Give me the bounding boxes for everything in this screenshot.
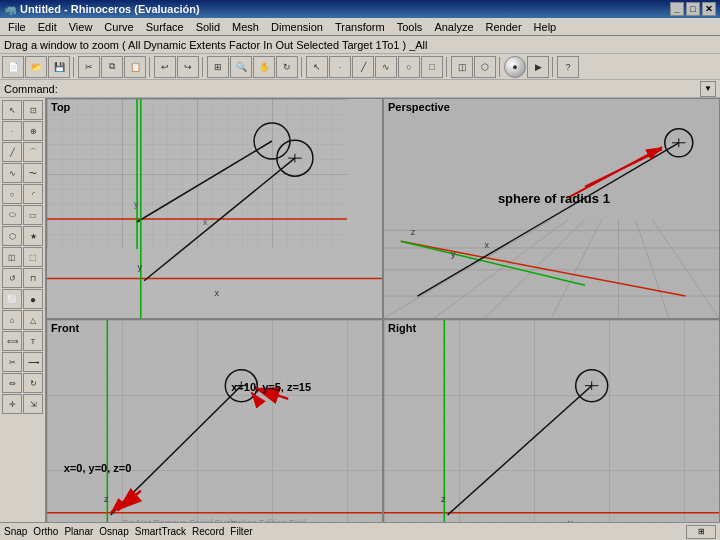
copy-button[interactable]: ⧉ bbox=[101, 56, 123, 78]
circle-tool[interactable]: ○ bbox=[2, 184, 22, 204]
point-tool[interactable]: · bbox=[2, 121, 22, 141]
menu-item-mesh[interactable]: Mesh bbox=[226, 20, 265, 34]
cut-button[interactable]: ✂ bbox=[78, 56, 100, 78]
minimize-button[interactable]: _ bbox=[670, 2, 684, 16]
viewport-right[interactable]: y z Right bbox=[384, 320, 719, 539]
command-label: Command: bbox=[4, 83, 58, 95]
undo-button[interactable]: ↩ bbox=[154, 56, 176, 78]
taskbar-button[interactable]: ⊞ bbox=[686, 525, 716, 539]
rect-tool[interactable]: ▭ bbox=[23, 205, 43, 225]
cylinder-tool[interactable]: ⌂ bbox=[2, 310, 22, 330]
command-input[interactable] bbox=[62, 83, 700, 95]
tool-row-14: ⇔ ↻ bbox=[2, 373, 43, 393]
arc-tool[interactable]: ◜ bbox=[23, 184, 43, 204]
tool-row-10: ⬜ ● bbox=[2, 289, 43, 309]
freeform-tool[interactable]: 〜 bbox=[23, 163, 43, 183]
viewports: x y x y Top bbox=[46, 98, 720, 540]
curve-tool[interactable]: ∿ bbox=[2, 163, 22, 183]
cone-tool[interactable]: △ bbox=[23, 310, 43, 330]
help-button[interactable]: ? bbox=[557, 56, 579, 78]
paste-button[interactable]: 📋 bbox=[124, 56, 146, 78]
select-tool[interactable]: ↖ bbox=[2, 100, 22, 120]
toolbar-hint: Drag a window to zoom ( All Dynamic Exte… bbox=[0, 36, 720, 54]
viewport-perspective[interactable]: z y x Perspective sphere of radius 1 bbox=[384, 99, 719, 318]
svg-rect-64 bbox=[384, 320, 719, 539]
menu-item-surface[interactable]: Surface bbox=[140, 20, 190, 34]
window-title: Untitled - Rhinoceros (Evaluación) bbox=[20, 3, 200, 15]
snap-label: Snap bbox=[4, 526, 27, 537]
command-expand-button[interactable]: ▼ bbox=[700, 81, 716, 97]
save-button[interactable]: 💾 bbox=[48, 56, 70, 78]
viewport-top[interactable]: x y x y Top bbox=[47, 99, 382, 318]
pan-button[interactable]: ✋ bbox=[253, 56, 275, 78]
circle-button[interactable]: ○ bbox=[398, 56, 420, 78]
tool-row-9: ↺ ⊓ bbox=[2, 268, 43, 288]
new-button[interactable]: 📄 bbox=[2, 56, 24, 78]
menu-item-edit[interactable]: Edit bbox=[32, 20, 63, 34]
viewport-top-label: Top bbox=[51, 101, 70, 113]
menu-item-help[interactable]: Help bbox=[528, 20, 563, 34]
ellipse-tool[interactable]: ⬭ bbox=[2, 205, 22, 225]
render-button[interactable]: ▶ bbox=[527, 56, 549, 78]
rotate3d-tool[interactable]: ↻ bbox=[23, 373, 43, 393]
planar-label: Planar bbox=[64, 526, 93, 537]
menu-item-dimension[interactable]: Dimension bbox=[265, 20, 329, 34]
tool-row-2: · ⊕ bbox=[2, 121, 43, 141]
ortho-label: Ortho bbox=[33, 526, 58, 537]
render-sphere-button[interactable]: ● bbox=[504, 56, 526, 78]
line-button[interactable]: ╱ bbox=[352, 56, 374, 78]
point-button[interactable]: · bbox=[329, 56, 351, 78]
select-window-tool[interactable]: ⊡ bbox=[23, 100, 43, 120]
svg-text:z: z bbox=[104, 494, 109, 504]
scale-tool[interactable]: ⇲ bbox=[23, 394, 43, 414]
menu-item-transform[interactable]: Transform bbox=[329, 20, 391, 34]
menu-item-render[interactable]: Render bbox=[480, 20, 528, 34]
open-button[interactable]: 📂 bbox=[25, 56, 47, 78]
polyline-tool[interactable]: ⌒ bbox=[23, 142, 43, 162]
rotate-button[interactable]: ↻ bbox=[276, 56, 298, 78]
line-tool[interactable]: ╱ bbox=[2, 142, 22, 162]
rectangle-button[interactable]: □ bbox=[421, 56, 443, 78]
snap-tool[interactable]: ⊕ bbox=[23, 121, 43, 141]
menu-item-file[interactable]: File bbox=[2, 20, 32, 34]
sphere-tool[interactable]: ● bbox=[23, 289, 43, 309]
dim-tool[interactable]: ⟺ bbox=[2, 331, 22, 351]
menu-item-curve[interactable]: Curve bbox=[98, 20, 139, 34]
zoom-in-button[interactable]: 🔍 bbox=[230, 56, 252, 78]
menu-item-analyze[interactable]: Analyze bbox=[428, 20, 479, 34]
menu-item-solid[interactable]: Solid bbox=[190, 20, 226, 34]
maximize-button[interactable]: □ bbox=[686, 2, 700, 16]
front-grid: x z bbox=[47, 320, 382, 539]
separator-3 bbox=[202, 57, 204, 77]
select-button[interactable]: ↖ bbox=[306, 56, 328, 78]
menu-bar: FileEditViewCurveSurfaceSolidMeshDimensi… bbox=[0, 18, 720, 36]
trim-tool[interactable]: ✂ bbox=[2, 352, 22, 372]
surface-from-curve-tool[interactable]: ◫ bbox=[2, 247, 22, 267]
svg-text:z: z bbox=[411, 227, 416, 237]
curve-button[interactable]: ∿ bbox=[375, 56, 397, 78]
menu-item-tools[interactable]: Tools bbox=[391, 20, 429, 34]
mirror-tool[interactable]: ⇔ bbox=[2, 373, 22, 393]
viewport-front[interactable]: x z bbox=[47, 320, 382, 539]
move-tool[interactable]: ✛ bbox=[2, 394, 22, 414]
loft-tool[interactable]: ⊓ bbox=[23, 268, 43, 288]
status-bar: Snap Ortho Planar Osnap SmartTrack Recor… bbox=[0, 522, 720, 540]
box-tool[interactable]: ⬜ bbox=[2, 289, 22, 309]
extrude-tool[interactable]: ⬚ bbox=[23, 247, 43, 267]
revolve-tool[interactable]: ↺ bbox=[2, 268, 22, 288]
tool-row-7: ⬡ ★ bbox=[2, 226, 43, 246]
extend-tool[interactable]: ⟶ bbox=[23, 352, 43, 372]
redo-button[interactable]: ↪ bbox=[177, 56, 199, 78]
zoom-extents-button[interactable]: ⊞ bbox=[207, 56, 229, 78]
solid-button[interactable]: ⬡ bbox=[474, 56, 496, 78]
viewport-front-label: Front bbox=[51, 322, 79, 334]
menu-item-view[interactable]: View bbox=[63, 20, 99, 34]
viewport-right-label: Right bbox=[388, 322, 416, 334]
viewport-perspective-label: Perspective bbox=[388, 101, 450, 113]
polygon-tool[interactable]: ⬡ bbox=[2, 226, 22, 246]
text-tool[interactable]: T bbox=[23, 331, 43, 351]
star-tool[interactable]: ★ bbox=[23, 226, 43, 246]
surface-button[interactable]: ◫ bbox=[451, 56, 473, 78]
close-button[interactable]: ✕ bbox=[702, 2, 716, 16]
top-overlay: x y bbox=[47, 99, 382, 318]
